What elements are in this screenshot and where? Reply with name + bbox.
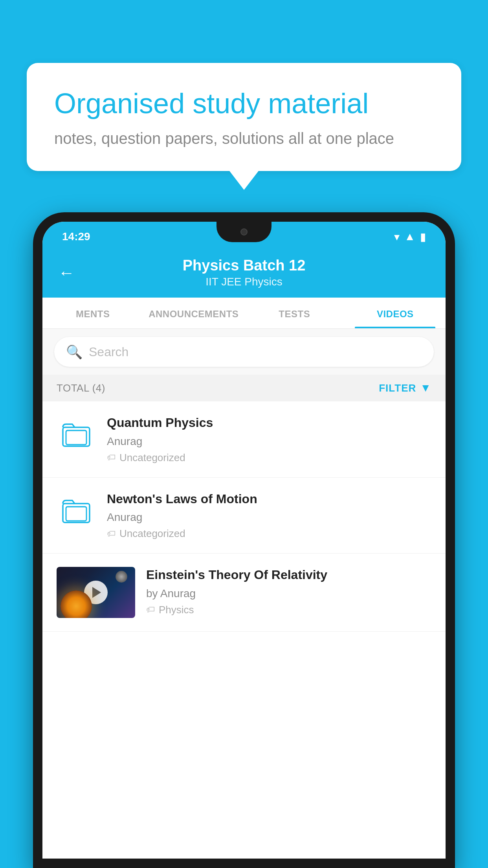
folder-icon — [61, 495, 92, 526]
tag-icon: 🏷 — [146, 605, 155, 615]
search-icon: 🔍 — [66, 344, 83, 360]
search-container: 🔍 Search — [42, 329, 446, 375]
video-author: Anurag — [107, 511, 431, 524]
video-tag: 🏷 Uncategorized — [107, 452, 431, 464]
promo-bubble: Organised study material notes, question… — [27, 63, 461, 171]
filter-label: FILTER — [379, 382, 416, 394]
play-icon — [92, 587, 101, 598]
bubble-card: Organised study material notes, question… — [27, 63, 461, 171]
filter-bar: TOTAL (4) FILTER ▼ — [42, 375, 446, 401]
svg-rect-3 — [66, 507, 86, 521]
search-bar[interactable]: 🔍 Search — [54, 337, 434, 367]
battery-icon: ▮ — [420, 230, 426, 243]
video-info: Quantum Physics Anurag 🏷 Uncategorized — [107, 415, 431, 464]
tag-text: Uncategorized — [119, 528, 185, 540]
video-thumbnail — [57, 567, 135, 618]
app-header: ← Physics Batch 12 IIT JEE Physics — [42, 249, 446, 298]
header-subtitle: IIT JEE Physics — [83, 276, 405, 288]
search-placeholder: Search — [89, 345, 128, 359]
bubble-subtitle: notes, question papers, solutions all at… — [54, 130, 434, 147]
bubble-title: Organised study material — [54, 86, 434, 120]
tab-ments[interactable]: MENTS — [42, 298, 143, 328]
tab-announcements[interactable]: ANNOUNCEMENTS — [143, 298, 244, 328]
svg-rect-1 — [66, 430, 86, 445]
video-info: Einstein's Theory Of Relativity by Anura… — [146, 567, 431, 616]
folder-icon-placeholder — [57, 415, 96, 454]
header-title-block: Physics Batch 12 IIT JEE Physics — [83, 257, 405, 288]
planet-small-graphic — [116, 571, 127, 583]
tag-icon: 🏷 — [107, 452, 116, 463]
list-item[interactable]: Quantum Physics Anurag 🏷 Uncategorized — [42, 401, 446, 478]
list-item[interactable]: Einstein's Theory Of Relativity by Anura… — [42, 554, 446, 632]
back-button[interactable]: ← — [58, 263, 75, 282]
filter-icon: ▼ — [420, 382, 431, 394]
status-bar: 14:29 ▾ ▲ ▮ — [42, 222, 446, 249]
planet-graphic — [61, 590, 92, 618]
tag-icon: 🏷 — [107, 529, 116, 539]
video-tag: 🏷 Physics — [146, 604, 431, 616]
video-info: Newton's Laws of Motion Anurag 🏷 Uncateg… — [107, 491, 431, 540]
camera-dot — [240, 228, 248, 235]
list-item[interactable]: Newton's Laws of Motion Anurag 🏷 Uncateg… — [42, 478, 446, 554]
video-title: Quantum Physics — [107, 415, 431, 431]
tab-tests[interactable]: TESTS — [244, 298, 345, 328]
status-time: 14:29 — [62, 230, 90, 243]
total-count: TOTAL (4) — [57, 382, 105, 394]
folder-icon-placeholder — [57, 491, 96, 530]
tag-text: Physics — [159, 604, 194, 616]
phone-screen: 14:29 ▾ ▲ ▮ ← Physics Batch 12 IIT JEE P… — [42, 222, 446, 859]
video-list: Quantum Physics Anurag 🏷 Uncategorized — [42, 401, 446, 859]
video-tag: 🏷 Uncategorized — [107, 528, 431, 540]
notch — [216, 222, 272, 242]
status-icons: ▾ ▲ ▮ — [394, 230, 426, 243]
video-title: Newton's Laws of Motion — [107, 491, 431, 508]
wifi-icon: ▾ — [394, 230, 400, 243]
tabs-bar: MENTS ANNOUNCEMENTS TESTS VIDEOS — [42, 298, 446, 329]
video-author: Anurag — [107, 435, 431, 448]
tab-videos[interactable]: VIDEOS — [345, 298, 446, 328]
phone-frame: 14:29 ▾ ▲ ▮ ← Physics Batch 12 IIT JEE P… — [33, 212, 455, 868]
header-main-title: Physics Batch 12 — [83, 257, 405, 274]
video-title: Einstein's Theory Of Relativity — [146, 567, 431, 583]
signal-icon: ▲ — [404, 230, 415, 243]
folder-icon — [61, 419, 92, 450]
filter-button[interactable]: FILTER ▼ — [379, 382, 431, 394]
tag-text: Uncategorized — [119, 452, 185, 464]
video-author: by Anurag — [146, 587, 431, 600]
